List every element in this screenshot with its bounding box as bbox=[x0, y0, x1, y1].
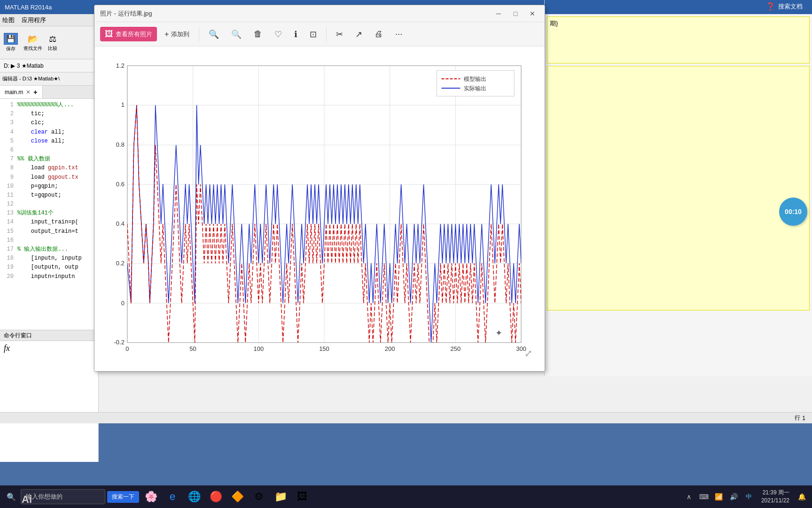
tab-add[interactable]: + bbox=[33, 88, 37, 96]
search-docs-label[interactable]: 搜索文档 bbox=[778, 2, 803, 11]
taskbar-app-matlab[interactable]: 🔶 bbox=[227, 487, 247, 507]
view-all-label: 查看所有照片 bbox=[116, 30, 152, 39]
search-glass-icon[interactable]: 🔍 bbox=[4, 489, 19, 504]
taskbar-app-folder[interactable]: 📁 bbox=[271, 487, 290, 507]
tray-keyboard[interactable]: ⌨ bbox=[697, 490, 710, 503]
more-btn[interactable]: ··· bbox=[390, 27, 407, 41]
compare-icon: ⚖ bbox=[49, 34, 56, 44]
help-icon: ❓ bbox=[766, 2, 775, 11]
tray-chevron[interactable]: ∧ bbox=[682, 490, 695, 503]
line-19: 19 [outputn, outp bbox=[2, 263, 96, 272]
zoom-out-icon: 🔍 bbox=[231, 29, 242, 40]
line-12: 12 bbox=[2, 200, 96, 209]
photos-toolbar: 🖼 查看所有照片 + 添加到 🔍 🔍 🗑 ♡ ℹ bbox=[94, 22, 545, 47]
edit-btn[interactable]: ✂ bbox=[331, 27, 348, 42]
line-20: 20 inputn=inputn bbox=[2, 272, 96, 281]
y-label-n02: -0.2 bbox=[114, 339, 125, 346]
cmd-label: 命令行窗口 bbox=[4, 332, 32, 340]
taskbar-app-flowers[interactable]: 🌸 bbox=[141, 487, 161, 507]
heart-btn[interactable]: ♡ bbox=[270, 27, 287, 42]
tab-name: main.m bbox=[5, 89, 23, 95]
taskbar-app-chrome[interactable]: 🔴 bbox=[206, 487, 226, 507]
taskbar-app-photos[interactable]: 🖼 bbox=[292, 487, 312, 507]
cmd-window-label: 命令行窗口 bbox=[0, 330, 99, 341]
tray-ime[interactable]: 中 bbox=[742, 490, 756, 503]
line-2: 2 tic; bbox=[2, 110, 96, 119]
line-14: 14 input_train=p( bbox=[2, 218, 96, 227]
tab-close[interactable]: ✕ bbox=[26, 89, 31, 95]
matlab-title: MATLAB R2014a bbox=[5, 4, 52, 11]
tray-time[interactable]: 21:39 周一 2021/11/22 bbox=[757, 489, 793, 505]
toolbar-compare[interactable]: ⚖ 比较 bbox=[48, 34, 57, 52]
line-17: 17% 输入输出数据... bbox=[2, 245, 96, 254]
line-1: 1%%%%%%%%%%%%人... bbox=[2, 101, 96, 110]
photos-title: 照片 - 运行结果.jpg bbox=[100, 9, 152, 18]
zoom-in-btn[interactable]: 🔍 bbox=[204, 27, 224, 42]
crop-btn[interactable]: ⊡ bbox=[305, 27, 321, 42]
tray-volume[interactable]: 🔊 bbox=[727, 490, 741, 503]
expand-icon[interactable]: ⤢ bbox=[524, 348, 532, 359]
date-value: 2021/11/22 bbox=[761, 497, 789, 505]
print-btn[interactable]: 🖨 bbox=[370, 27, 388, 41]
tray-notifications[interactable]: 🔔 bbox=[795, 490, 808, 503]
taskbar-app-gear[interactable]: ⚙ bbox=[249, 487, 269, 507]
info-icon: ℹ bbox=[294, 29, 297, 40]
crop-icon: ⊡ bbox=[310, 29, 317, 40]
y-label-04: 0.4 bbox=[116, 220, 125, 227]
fx-area: fx bbox=[0, 341, 99, 355]
code-editor[interactable]: 1%%%%%%%%%%%%人... 2 tic; 3 clc; 4 clear … bbox=[0, 99, 98, 283]
photos-window: 照片 - 运行结果.jpg ─ □ ✕ 🖼 查看所有照片 + 添加到 🔍 🔍 bbox=[94, 5, 545, 372]
add-to-btn[interactable]: + 添加到 bbox=[160, 28, 194, 41]
share-btn[interactable]: ↗ bbox=[351, 27, 367, 42]
matlab-status-bar: 行 1 bbox=[0, 412, 812, 423]
delete-btn[interactable]: 🗑 bbox=[249, 27, 267, 41]
x-label-200: 200 bbox=[385, 345, 395, 352]
chart-svg: -0.2 0 0.2 0.4 0.6 0.8 1 1.2 0 50 100 bbox=[99, 51, 540, 366]
toolbar-save[interactable]: 💾 保存 bbox=[4, 33, 18, 52]
tray-network[interactable]: 📶 bbox=[712, 490, 726, 503]
menu-apps[interactable]: 应用程序 bbox=[22, 16, 46, 24]
share-icon: ↗ bbox=[355, 29, 362, 40]
find-label: 查找文件 bbox=[23, 45, 42, 52]
taskbar-search[interactable]: 输入你想做的 bbox=[21, 489, 105, 504]
y-label-02: 0.2 bbox=[116, 260, 125, 267]
x-label-150: 150 bbox=[319, 345, 329, 352]
zoom-in-icon: 🔍 bbox=[209, 29, 219, 40]
sep-1 bbox=[199, 27, 199, 41]
right-panel-content: 期} bbox=[545, 14, 812, 313]
search-btn-label: 搜索一下 bbox=[112, 493, 134, 500]
add-icon: + bbox=[164, 30, 169, 39]
search-button[interactable]: 搜索一下 bbox=[107, 491, 139, 503]
editor-path: 编辑器 - D:\3 ★Matlab★\ bbox=[2, 75, 60, 82]
view-all-btn[interactable]: 🖼 查看所有照片 bbox=[100, 27, 157, 41]
photos-window-controls[interactable]: ─ □ ✕ bbox=[492, 7, 539, 20]
delete-icon: 🗑 bbox=[254, 29, 262, 39]
fx-label: fx bbox=[4, 343, 10, 353]
desktop: MATLAB R2014a ─ □ ✕ 绘图 应用程序 💾 保存 📂 查找文件 bbox=[0, 0, 812, 508]
ai-text: Ai bbox=[22, 493, 32, 506]
right-panel-header: ❓ 搜索文档 bbox=[545, 0, 812, 14]
taskbar-app-ie[interactable]: e bbox=[163, 487, 182, 507]
x-label-100: 100 bbox=[253, 345, 264, 352]
legend-model-label: 模型输出 bbox=[464, 76, 486, 82]
photos-close[interactable]: ✕ bbox=[526, 7, 539, 20]
line-18: 18 [inputn, inputp bbox=[2, 254, 96, 263]
line-3: 3 clc; bbox=[2, 119, 96, 127]
cursor-indicator: ✦ bbox=[495, 328, 502, 338]
menu-plot[interactable]: 绘图 bbox=[2, 16, 15, 24]
info-btn[interactable]: ℹ bbox=[289, 27, 302, 42]
y-label-12: 1.2 bbox=[116, 62, 125, 69]
photos-minimize[interactable]: ─ bbox=[492, 7, 505, 20]
y-label-06: 0.6 bbox=[116, 181, 125, 188]
toolbar-find[interactable]: 📂 查找文件 bbox=[23, 34, 42, 52]
main-tab[interactable]: main.m ✕ + bbox=[0, 86, 43, 98]
line-15: 15 output_train=t bbox=[2, 227, 96, 236]
right-panel: ❓ 搜索文档 期} bbox=[544, 0, 812, 376]
taskbar-app-edge[interactable]: 🌐 bbox=[184, 487, 204, 507]
editor-tabs: main.m ✕ + bbox=[0, 86, 98, 99]
photos-maximize[interactable]: □ bbox=[509, 7, 522, 20]
print-icon: 🖨 bbox=[375, 29, 383, 39]
line-16: 16 bbox=[2, 236, 96, 245]
zoom-out-btn[interactable]: 🔍 bbox=[226, 27, 246, 42]
line-7: 7%% 载入数据 bbox=[2, 155, 96, 164]
